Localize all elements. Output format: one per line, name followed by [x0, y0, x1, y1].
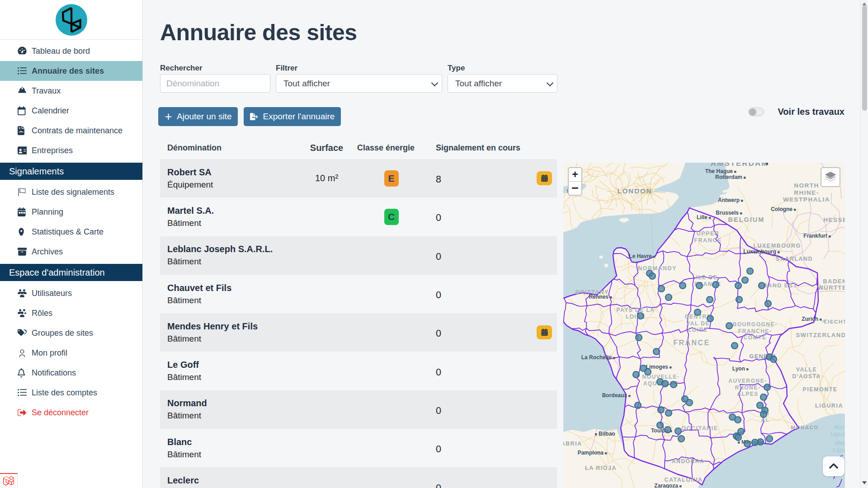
svg-text:RHÔNE-: RHÔNE-	[735, 384, 760, 391]
svg-text:SWITZERLAND: SWITZERLAND	[796, 332, 845, 338]
svg-text:TABRIA: TABRIA	[563, 441, 582, 447]
svg-text:SAARLAND: SAARLAND	[776, 256, 813, 262]
svg-text:FRANCE: FRANCE	[673, 339, 710, 347]
svg-text:Brussels: Brussels	[716, 210, 739, 216]
svg-text:BADEN: BADEN	[823, 278, 845, 285]
svg-text:LA RIOJA: LA RIOJA	[585, 465, 617, 471]
svg-text:Lille: Lille	[697, 214, 708, 221]
svg-text:OCCITANIE: OCCITANIE	[681, 425, 718, 432]
svg-text:AUVERGNE-: AUVERGNE-	[728, 378, 767, 384]
svg-text:FRANCHE-: FRANCHE-	[738, 328, 772, 334]
svg-text:ILE-DE-: ILE-DE-	[696, 274, 720, 281]
svg-text:HESSE: HESSE	[823, 216, 845, 223]
svg-text:VAL DE: VAL DE	[686, 320, 710, 327]
svg-text:CATALONIA: CATALONIA	[664, 477, 703, 483]
svg-text:Pamplona: Pamplona	[578, 450, 604, 456]
svg-text:Le Havre: Le Havre	[629, 253, 652, 259]
svg-text:BELGIUM: BELGIUM	[728, 216, 765, 223]
svg-text:Rennes: Rennes	[589, 294, 609, 300]
svg-text:LOIRE: LOIRE	[688, 327, 708, 333]
svg-text:Ligure: Ligure	[830, 431, 845, 437]
svg-text:PIEMONTE: PIEMONTE	[802, 386, 837, 393]
svg-text:Mar: Mar	[834, 424, 844, 431]
svg-text:FRANCE: FRANCE	[694, 237, 722, 244]
svg-text:Mer: Mer	[835, 440, 845, 446]
svg-text:LUXEMBOURG: LUXEMBOURG	[753, 243, 801, 249]
svg-text:The Hague: The Hague	[705, 168, 733, 174]
svg-text:Lyon: Lyon	[732, 366, 745, 372]
svg-text:NORTH: NORTH	[794, 182, 819, 189]
svg-text:Luxembourg: Luxembourg	[743, 249, 776, 255]
svg-text:BOURGOGNE-: BOURGOGNE-	[733, 321, 778, 328]
svg-text:Cologne: Cologne	[771, 206, 793, 212]
svg-text:COMTÉ: COMTÉ	[744, 334, 767, 341]
svg-text:Rotterdam: Rotterdam	[715, 174, 742, 180]
svg-text:VALLE: VALLE	[796, 366, 817, 373]
svg-text:LONDON: LONDON	[618, 187, 652, 195]
svg-text:LIGURIA: LIGURIA	[815, 403, 843, 409]
svg-text:Bordeaux: Bordeaux	[602, 392, 627, 399]
svg-text:Zaragoza: Zaragoza	[654, 483, 678, 488]
svg-text:PAYS DE LA: PAYS DE LA	[616, 307, 655, 313]
svg-text:Zurich: Zurich	[802, 316, 818, 322]
svg-text:LIECHT: LIECHT	[824, 319, 845, 324]
svg-text:D'AOSTA: D'AOSTA	[792, 373, 821, 380]
svg-text:Ligur: Ligur	[833, 446, 845, 453]
svg-text:ALPES: ALPES	[737, 391, 759, 397]
svg-text:AL: AL	[761, 417, 769, 422]
svg-text:Antwerp: Antwerp	[718, 197, 740, 203]
svg-text:Frankfurt: Frankfurt	[803, 233, 827, 239]
svg-text:ANDORRA: ANDORRA	[672, 458, 704, 465]
svg-text:WESTPHALIA: WESTPHALIA	[783, 196, 830, 203]
svg-text:Bilbao: Bilbao	[599, 431, 615, 437]
svg-text:RHINE-: RHINE-	[794, 189, 819, 196]
svg-text:La Rochelle: La Rochelle	[581, 354, 612, 361]
svg-text:WÜRTTEM: WÜRTTEM	[818, 284, 845, 291]
svg-text:MONACO: MONACO	[791, 425, 818, 430]
svg-text:NORMANDY: NORMANDY	[638, 265, 677, 272]
svg-text:AMSTERDAM: AMSTERDAM	[711, 163, 769, 168]
svg-text:UPPER: UPPER	[697, 230, 720, 237]
